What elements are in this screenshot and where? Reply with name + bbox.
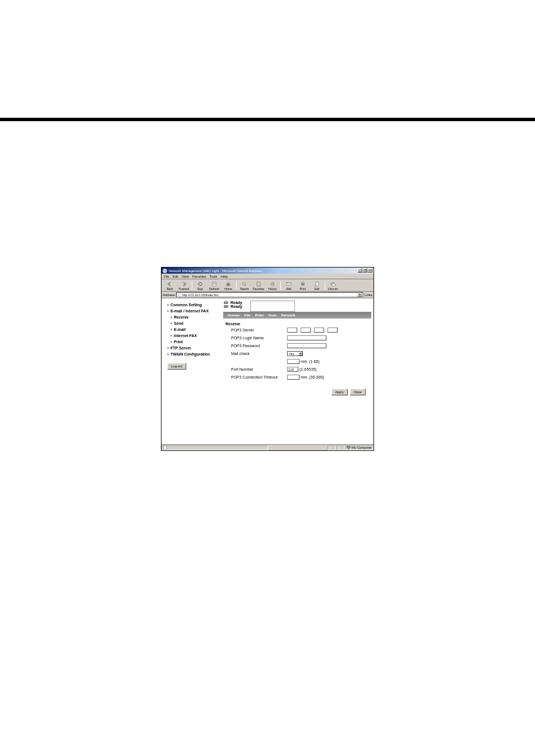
svg-rect-6 xyxy=(301,283,305,285)
stop-button[interactable]: Stop xyxy=(193,280,207,291)
window-title: Network Management Utility Light - Micro… xyxy=(169,269,261,273)
address-bar: Address http://172.16.0.100/index.htm ▼ … xyxy=(162,292,373,298)
tab-row: System File Print Scan Network xyxy=(223,312,371,319)
timeout-hint: min. (30-300) xyxy=(301,375,324,379)
menu-favorites[interactable]: Favorites xyxy=(192,275,206,278)
svg-rect-3 xyxy=(257,282,260,286)
address-dropdown-button[interactable]: ▼ xyxy=(357,293,362,297)
menu-view[interactable]: View xyxy=(182,275,189,278)
security-zone: My Computer xyxy=(345,445,373,450)
app-icon xyxy=(163,269,167,273)
port-label: Port Number xyxy=(225,367,287,371)
restore-button[interactable]: ❐ xyxy=(362,268,367,273)
ready-row-2: Ready xyxy=(223,305,242,308)
ready-row-1: Ready xyxy=(223,301,242,305)
mailcheck-select[interactable]: Yes ▼ xyxy=(287,351,303,356)
edit-button[interactable]: Edit xyxy=(310,280,324,291)
search-button[interactable]: Search xyxy=(238,280,251,291)
svg-rect-10 xyxy=(332,284,335,286)
discuss-button[interactable]: Discuss xyxy=(326,280,340,291)
menu-edit[interactable]: Edit xyxy=(173,275,178,278)
svg-rect-12 xyxy=(224,301,228,302)
close-button[interactable]: × xyxy=(367,268,372,273)
menu-help[interactable]: Help xyxy=(221,275,228,278)
sidebar-item-print[interactable]: Print xyxy=(164,339,221,345)
address-input[interactable]: http://172.16.0.100/index.htm ▼ xyxy=(176,292,363,297)
doc-icon xyxy=(163,446,167,450)
address-url: http://172.16.0.100/index.htm xyxy=(182,293,357,297)
sidebar-item-common-setting[interactable]: Common Setting xyxy=(164,302,221,308)
status-box xyxy=(331,445,336,450)
port-hint: (1-65535) xyxy=(299,367,316,371)
ie-page-icon xyxy=(177,293,181,297)
minimize-button[interactable]: _ xyxy=(357,268,362,273)
chevron-down-icon: ▼ xyxy=(298,352,302,356)
status-box xyxy=(327,445,331,450)
statusbar: My Computer xyxy=(162,444,373,450)
pop3server-label: POP3 Server xyxy=(225,328,287,332)
favorites-button[interactable]: Favorites xyxy=(252,280,265,291)
apply-button[interactable]: Apply xyxy=(331,389,348,395)
ready-status-box xyxy=(250,301,295,312)
mailcheck-label: Mail check xyxy=(225,352,287,356)
history-button[interactable]: History xyxy=(266,280,279,291)
tab-file[interactable]: File xyxy=(242,313,252,317)
menu-tools[interactable]: Tools xyxy=(210,275,218,278)
pop3server-ip4[interactable] xyxy=(328,328,338,333)
svg-rect-11 xyxy=(224,302,228,304)
browser-window: Network Management Utility Light - Micro… xyxy=(161,267,374,451)
form-receive: Receive POP3 Server . . . xyxy=(223,319,371,399)
links-label[interactable]: Links xyxy=(365,293,372,297)
timeout-label: POP3 Connection Timeout xyxy=(225,375,287,379)
menu-file[interactable]: File xyxy=(164,275,169,278)
pop3pw-input[interactable] xyxy=(287,343,326,348)
svg-rect-14 xyxy=(164,446,167,450)
main-panel: Ready Ready System File Print Scan Netwo… xyxy=(223,298,373,444)
home-button[interactable]: Home xyxy=(222,280,235,291)
menubar: File Edit View Favorites Tools Help xyxy=(162,274,373,279)
pop3pw-label: POP3 Password xyxy=(225,344,287,348)
sidebar-item-email-ifax[interactable]: E-mail / Internet FAX xyxy=(164,308,221,314)
sidebar-item-internet-fax[interactable]: Internet FAX xyxy=(164,333,221,339)
svg-rect-15 xyxy=(347,446,350,448)
sidebar-item-receive[interactable]: Receive xyxy=(164,314,221,320)
pop3login-input[interactable] xyxy=(287,335,326,340)
sidebar-item-send[interactable]: Send xyxy=(164,320,221,326)
tab-print[interactable]: Print xyxy=(253,313,266,317)
logout-button[interactable]: Log-out xyxy=(167,363,186,370)
clear-button[interactable]: Clear xyxy=(350,389,366,395)
tab-network[interactable]: Network xyxy=(279,313,298,317)
tab-system[interactable]: System xyxy=(225,313,242,317)
tab-scan[interactable]: Scan xyxy=(266,313,278,317)
mailcheck-interval-input[interactable] xyxy=(287,359,299,364)
pop3server-ip2[interactable] xyxy=(301,328,311,333)
svg-rect-7 xyxy=(302,282,304,283)
pop3server-ip3[interactable] xyxy=(314,328,324,333)
back-button[interactable]: Back xyxy=(163,280,177,291)
computer-icon xyxy=(347,446,350,449)
titlebar: Network Management Utility Light - Micro… xyxy=(162,268,373,274)
pop3login-label: POP3 Login Name xyxy=(225,336,287,340)
forward-button[interactable]: Forward xyxy=(177,280,191,291)
printer-icon xyxy=(223,301,229,305)
sidebar: Common Setting E-mail / Internet FAX Rec… xyxy=(162,298,223,444)
form-title: Receive xyxy=(225,322,369,326)
mailcheck-hint: min. (1-60) xyxy=(301,359,320,363)
timeout-input[interactable] xyxy=(287,375,299,380)
print-button[interactable]: Print xyxy=(296,280,310,291)
port-input[interactable] xyxy=(287,367,298,372)
svg-rect-16 xyxy=(348,448,349,449)
scanner-icon xyxy=(223,305,229,308)
refresh-button[interactable]: Refresh xyxy=(207,280,221,291)
status-box xyxy=(336,445,340,450)
status-done xyxy=(162,445,268,450)
svg-rect-13 xyxy=(224,305,228,308)
mail-button[interactable]: Mail xyxy=(282,280,296,291)
sidebar-item-twain-config[interactable]: TWAIN Configuration xyxy=(164,351,221,357)
sidebar-item-email[interactable]: E-mail xyxy=(164,326,221,333)
svg-point-2 xyxy=(243,282,246,285)
toolbar: Back Forward Stop Refresh Home Search Fa… xyxy=(162,279,373,292)
pop3server-ip1[interactable] xyxy=(287,328,297,333)
sidebar-item-ftp-server[interactable]: FTP Server xyxy=(164,345,221,351)
status-box xyxy=(340,445,345,450)
